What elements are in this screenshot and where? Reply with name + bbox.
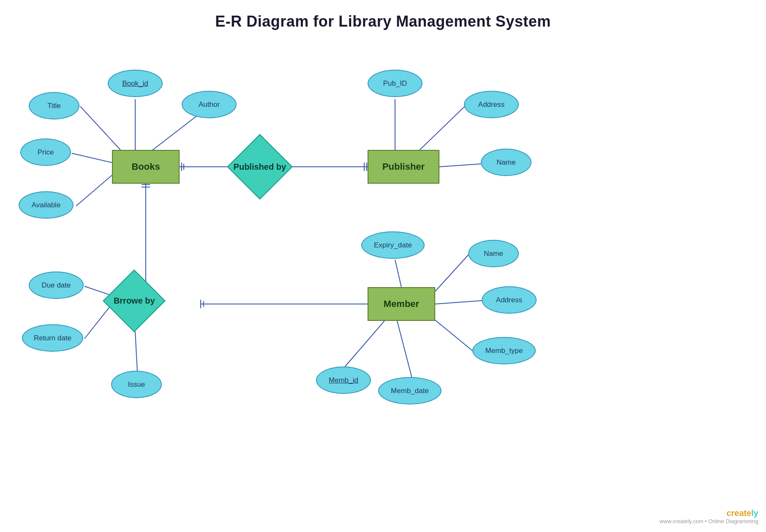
attr-memb-date: Memb_date <box>378 377 442 404</box>
entity-member: Member <box>368 287 435 321</box>
svg-line-4 <box>76 175 112 206</box>
svg-line-29 <box>344 321 384 367</box>
brand-name-2: ly <box>751 508 758 518</box>
diagram-container: E-R Diagram for Library Management Syste… <box>0 0 766 532</box>
svg-line-27 <box>435 301 482 304</box>
svg-line-25 <box>395 260 401 287</box>
attr-address-mem: Address <box>482 286 537 314</box>
attr-pub-id: Pub_ID <box>368 70 423 97</box>
entity-books: Books <box>112 150 180 184</box>
attr-due-date: Due date <box>29 271 84 299</box>
svg-line-14 <box>439 164 482 167</box>
watermark: creately www.creately.com • Online Diagr… <box>660 508 758 524</box>
svg-line-26 <box>435 254 469 291</box>
attr-memb-id: Memb_id <box>316 366 371 394</box>
attr-name-pub: Name <box>481 149 532 176</box>
attr-address-pub: Address <box>464 91 519 118</box>
attr-return-date: Return date <box>22 324 83 352</box>
attr-price: Price <box>20 138 71 166</box>
attr-author: Author <box>182 91 237 118</box>
svg-line-1 <box>80 106 120 150</box>
svg-line-30 <box>397 321 412 378</box>
svg-line-3 <box>72 153 112 163</box>
svg-line-19 <box>85 286 112 296</box>
svg-line-21 <box>135 331 137 372</box>
attr-issue: Issue <box>111 371 162 398</box>
attr-memb-type: Memb_type <box>472 337 536 364</box>
relation-published-by: Published by <box>227 134 293 200</box>
svg-line-28 <box>431 317 473 351</box>
relation-brrowe-by: Brrowe by <box>103 269 165 332</box>
attr-available: Available <box>19 191 74 219</box>
entity-publisher: Publisher <box>368 150 439 184</box>
svg-line-20 <box>85 304 112 339</box>
svg-line-13 <box>414 106 465 155</box>
attr-title: Title <box>29 92 79 119</box>
attr-book-id: Book_id <box>108 70 163 97</box>
attr-expiry-date: Expiry_date <box>361 231 425 259</box>
watermark-url: www.creately.com • Online Diagramming <box>660 518 758 524</box>
brand-name-1: create <box>726 508 751 518</box>
page-title: E-R Diagram for Library Management Syste… <box>0 0 766 30</box>
attr-name-mem: Name <box>468 240 519 267</box>
